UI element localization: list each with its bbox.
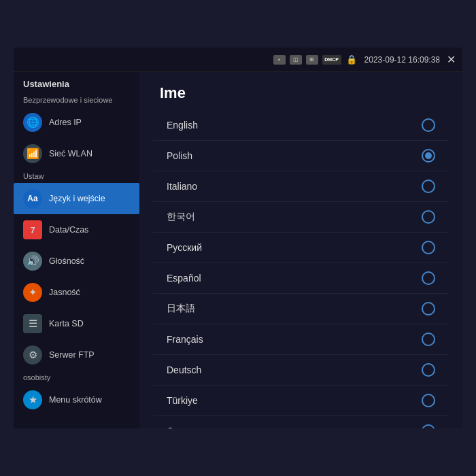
ftp-icon: ⚙ <box>23 345 42 364</box>
sidebar-label-jezyk: Język i wejście <box>49 194 105 203</box>
radio-turkiye[interactable] <box>422 394 435 407</box>
close-button[interactable]: ✕ <box>447 53 456 66</box>
language-item-italiano[interactable]: Italiano <box>153 171 449 202</box>
sidebar-label-glosnosc: Głośność <box>49 256 84 266</box>
language-item-espanol[interactable]: Español <box>153 263 449 294</box>
sd-icon: ☰ <box>23 314 42 333</box>
language-name-italiano: Italiano <box>167 181 197 192</box>
datetime-label: 2023-09-12 16:09:38 <box>364 55 440 65</box>
radio-deutsch[interactable] <box>422 363 435 377</box>
battery-icon: ▪ <box>273 55 286 65</box>
signal-icon: ◫ <box>290 55 302 65</box>
sound-icon: 🔊 <box>23 252 42 271</box>
sidebar-item-menu-skrotow[interactable]: ★ Menu skrótów <box>14 384 139 415</box>
sidebar-item-glosnosc[interactable]: 🔊 Głośność <box>14 245 139 277</box>
language-item-english[interactable]: English <box>153 110 449 141</box>
sidebar-label-data-czas: Data/Czas <box>49 225 88 235</box>
content-title: Ime <box>139 72 462 110</box>
radio-korean[interactable] <box>422 210 435 224</box>
wifi-icon: 📶 <box>23 144 42 163</box>
language-list: EnglishPolishItaliano한국어РусскийEspañol日本… <box>139 110 462 428</box>
lang-icon: Aa <box>23 189 42 208</box>
sidebar-label-menu-skrotow: Menu skrótów <box>49 395 102 405</box>
language-name-japanese: 日本語 <box>167 303 195 315</box>
status-icons: ▪ ◫ ⊞ DMCP 🔒 2023-09-12 16:09:38 ✕ <box>273 53 456 66</box>
language-item-francais[interactable]: Français <box>153 324 449 355</box>
language-name-francais: Français <box>167 334 203 345</box>
bright-icon: ✦ <box>23 283 42 302</box>
sidebar-item-jezyk[interactable]: Aa Język i wejście <box>14 183 139 214</box>
language-name-english: English <box>167 120 198 131</box>
language-name-russian: Русский <box>167 242 202 253</box>
sidebar-item-jasnosc[interactable]: ✦ Jasność <box>14 277 139 308</box>
language-name-korean: 한국어 <box>167 211 195 223</box>
language-name-srpski: Српски <box>167 426 198 428</box>
language-item-polish[interactable]: Polish <box>153 141 449 171</box>
sidebar-section-network: Bezprzewodowe i sieciowe <box>14 93 139 107</box>
main-content: Ustawienia Bezprzewodowe i sieciowe 🌐 Ad… <box>14 72 462 428</box>
radio-francais[interactable] <box>422 333 435 346</box>
radio-japanese[interactable] <box>422 302 435 316</box>
radio-italiano[interactable] <box>422 180 435 193</box>
radio-english[interactable] <box>422 118 435 132</box>
language-name-deutsch: Deutsch <box>167 364 201 375</box>
radio-polish[interactable] <box>422 149 435 163</box>
sidebar-item-karta-sd[interactable]: ☰ Karta SD <box>14 308 139 339</box>
menu-icon: ★ <box>23 390 42 409</box>
network-icon: ⊞ <box>306 55 318 65</box>
sidebar: Ustawienia Bezprzewodowe i sieciowe 🌐 Ad… <box>14 72 139 428</box>
sidebar-item-adres-ip[interactable]: 🌐 Adres IP <box>14 107 139 138</box>
language-name-polish: Polish <box>167 150 192 161</box>
radio-russian[interactable] <box>422 241 435 254</box>
sidebar-item-siec-wlan[interactable]: 📶 Sieć WLAN <box>14 138 139 169</box>
sidebar-item-data-czas[interactable]: 7 Data/Czas <box>14 214 139 245</box>
radio-srpski[interactable] <box>422 424 435 428</box>
sidebar-label-karta-sd: Karta SD <box>49 319 84 328</box>
sidebar-section-personal: osobisty <box>14 371 139 384</box>
lock-icon: 🔒 <box>345 55 358 65</box>
language-name-turkiye: Türkiye <box>167 395 198 406</box>
date-icon: 7 <box>23 220 42 239</box>
sidebar-title: Ustawienia <box>14 72 139 93</box>
language-item-srpski[interactable]: Српски <box>153 416 449 428</box>
content-area: Ime EnglishPolishItaliano한국어РусскийEspañ… <box>139 72 462 428</box>
sidebar-label-serwer-ftp: Serwer FTP <box>49 350 95 360</box>
sidebar-label-jasnosc: Jasność <box>49 288 80 297</box>
sidebar-label-adres-ip: Adres IP <box>49 118 82 127</box>
sidebar-item-serwer-ftp[interactable]: ⚙ Serwer FTP <box>14 339 139 371</box>
language-item-japanese[interactable]: 日本語 <box>153 294 449 324</box>
language-item-korean[interactable]: 한국어 <box>153 202 449 233</box>
globe-icon: 🌐 <box>23 113 42 132</box>
language-item-turkiye[interactable]: Türkiye <box>153 386 449 416</box>
settings-screen: ▪ ◫ ⊞ DMCP 🔒 2023-09-12 16:09:38 ✕ Ustaw… <box>14 48 462 428</box>
radio-espanol[interactable] <box>422 271 435 285</box>
sidebar-section-settings: Ustaw <box>14 169 139 183</box>
language-item-russian[interactable]: Русский <box>153 233 449 263</box>
sidebar-label-siec-wlan: Sieć WLAN <box>49 149 92 158</box>
language-item-deutsch[interactable]: Deutsch <box>153 355 449 386</box>
dmcp-icon: DMCP <box>322 55 341 65</box>
language-name-espanol: Español <box>167 273 201 284</box>
top-bar: ▪ ◫ ⊞ DMCP 🔒 2023-09-12 16:09:38 ✕ <box>14 48 462 72</box>
